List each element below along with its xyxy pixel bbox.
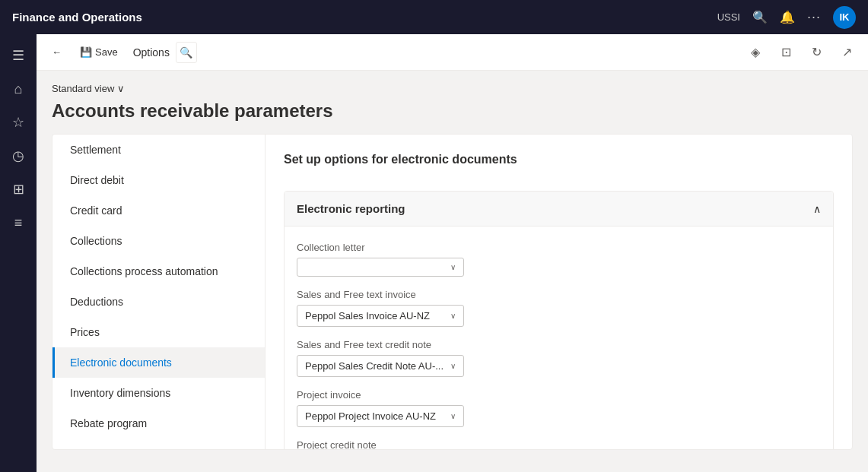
- search-icon[interactable]: 🔍: [752, 10, 768, 24]
- nav-item-rebate-program[interactable]: Rebate program: [52, 408, 265, 439]
- accordion-title: Electronic reporting: [297, 202, 405, 215]
- two-col-layout: Settlement Direct debit Credit card Coll…: [52, 134, 853, 450]
- project-invoice-select[interactable]: Peppol Project Invoice AU-NZ ∨: [297, 405, 464, 427]
- nav-item-collections[interactable]: Collections: [52, 226, 265, 256]
- nav-item-collections-process[interactable]: Collections process automation: [52, 256, 265, 287]
- form-group-collection-letter: Collection letter ∨: [297, 242, 821, 277]
- sidebar-hamburger-icon[interactable]: ☰: [3, 40, 33, 71]
- back-icon: ←: [52, 46, 62, 58]
- page-content: Standard view ∨ Accounts receivable para…: [37, 71, 868, 472]
- toolbar-page-title: Options: [133, 46, 170, 59]
- main-area: ← 💾 Save Options 🔍 ◈ ⊡ ↻ ↗ Standard view…: [37, 34, 868, 472]
- nav-item-inventory-dimensions[interactable]: Inventory dimensions: [52, 378, 265, 408]
- nav-item-deductions[interactable]: Deductions: [52, 287, 265, 317]
- toolbar-right-icons: ◈ ⊡ ↻ ↗: [743, 40, 859, 65]
- page-title: Accounts receivable parameters: [52, 100, 853, 122]
- avatar[interactable]: IK: [833, 6, 856, 29]
- nav-item-direct-debit[interactable]: Direct debit: [52, 165, 265, 195]
- sales-free-text-credit-note-value: Peppol Sales Credit Note AU-...: [305, 360, 444, 372]
- back-button[interactable]: ←: [46, 43, 68, 61]
- save-label: Save: [95, 46, 118, 58]
- accordion-chevron-icon: ∧: [813, 203, 821, 215]
- sales-free-text-invoice-select[interactable]: Peppol Sales Invoice AU-NZ ∨: [297, 305, 464, 327]
- nav-item-credit-card[interactable]: Credit card: [52, 195, 265, 226]
- project-invoice-label: Project invoice: [297, 389, 821, 401]
- share-button[interactable]: ↗: [835, 40, 859, 65]
- project-credit-note-label: Project credit note: [297, 439, 821, 449]
- accordion-header[interactable]: Electronic reporting ∧: [285, 192, 833, 226]
- collection-letter-label: Collection letter: [297, 242, 821, 253]
- nav-item-prices[interactable]: Prices: [52, 317, 265, 347]
- view-selector[interactable]: Standard view ∨: [52, 83, 853, 94]
- project-invoice-value: Peppol Project Invoice AU-NZ: [305, 410, 436, 422]
- sidebar-recent-icon[interactable]: ◷: [3, 141, 33, 171]
- toolbar-search-button[interactable]: 🔍: [176, 42, 197, 63]
- nav-item-settlement[interactable]: Settlement: [52, 135, 265, 165]
- more-options-icon[interactable]: ···: [807, 9, 821, 25]
- personalize-button[interactable]: ◈: [743, 40, 768, 65]
- sales-free-text-invoice-chevron-icon: ∨: [450, 312, 456, 320]
- view-label: Standard view: [52, 83, 114, 94]
- sales-free-text-invoice-label: Sales and Free text invoice: [297, 289, 821, 300]
- tenant-label: USSI: [717, 11, 740, 23]
- sidebar-modules-icon[interactable]: ≡: [3, 207, 33, 238]
- sales-free-text-invoice-value: Peppol Sales Invoice AU-NZ: [305, 310, 430, 322]
- sales-free-text-credit-note-label: Sales and Free text credit note: [297, 339, 821, 350]
- form-group-project-invoice: Project invoice Peppol Project Invoice A…: [297, 389, 821, 427]
- layout: ☰ ⌂ ☆ ◷ ⊞ ≡ ← 💾 Save Options 🔍 ◈ ⊡ ↻ ↗: [0, 34, 868, 472]
- sidebar-favorites-icon[interactable]: ☆: [3, 107, 33, 138]
- accordion-body: Collection letter ∨ Sales and Free text …: [285, 226, 833, 449]
- accordion-electronic-reporting: Electronic reporting ∧ Collection letter…: [284, 191, 834, 449]
- form-group-sales-free-text-credit-note: Sales and Free text credit note Peppol S…: [297, 339, 821, 377]
- view-chevron-icon: ∨: [117, 83, 125, 94]
- notification-icon[interactable]: 🔔: [780, 10, 795, 24]
- toolbar: ← 💾 Save Options 🔍 ◈ ⊡ ↻ ↗: [37, 34, 868, 71]
- save-icon: 💾: [80, 46, 92, 58]
- split-view-button[interactable]: ⊡: [774, 40, 798, 65]
- collection-letter-chevron-icon: ∨: [450, 263, 456, 271]
- toolbar-search-icon: 🔍: [180, 46, 192, 59]
- sidebar-workspaces-icon[interactable]: ⊞: [3, 174, 33, 204]
- section-header: Set up options for electronic documents: [284, 153, 834, 176]
- top-bar-right: USSI 🔍 🔔 ··· IK: [717, 6, 856, 29]
- save-button[interactable]: 💾 Save: [74, 43, 124, 61]
- nav-item-electronic-documents[interactable]: Electronic documents: [52, 347, 265, 378]
- form-group-sales-free-text-invoice: Sales and Free text invoice Peppol Sales…: [297, 289, 821, 327]
- project-invoice-chevron-icon: ∨: [450, 412, 456, 420]
- app-title: Finance and Operations: [12, 11, 717, 24]
- form-group-project-credit-note: Project credit note Peppol Project Credi…: [297, 439, 821, 449]
- collection-letter-select[interactable]: ∨: [297, 258, 464, 277]
- refresh-button[interactable]: ↻: [804, 40, 828, 65]
- sales-free-text-credit-note-chevron-icon: ∨: [450, 362, 456, 370]
- sidebar-icons: ☰ ⌂ ☆ ◷ ⊞ ≡: [0, 34, 37, 472]
- left-nav: Settlement Direct debit Credit card Coll…: [52, 135, 265, 449]
- top-bar: Finance and Operations USSI 🔍 🔔 ··· IK: [0, 0, 868, 34]
- right-content: Set up options for electronic documents …: [265, 135, 852, 449]
- sales-free-text-credit-note-select[interactable]: Peppol Sales Credit Note AU-... ∨: [297, 355, 464, 377]
- sidebar-home-icon[interactable]: ⌂: [3, 74, 33, 104]
